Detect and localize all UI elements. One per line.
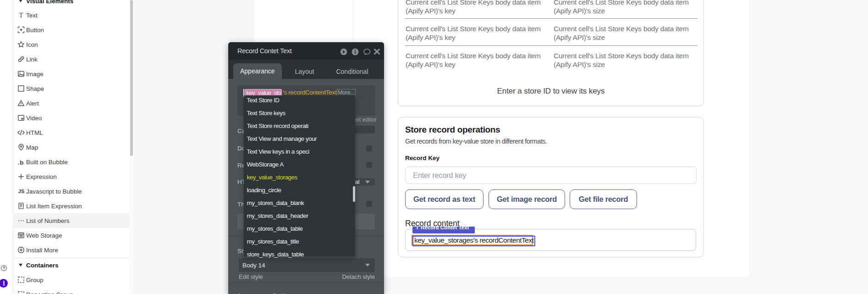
svg-text:T: T [19,12,23,19]
svg-text:b: b [20,159,23,166]
svg-text:JS: JS [18,189,24,194]
